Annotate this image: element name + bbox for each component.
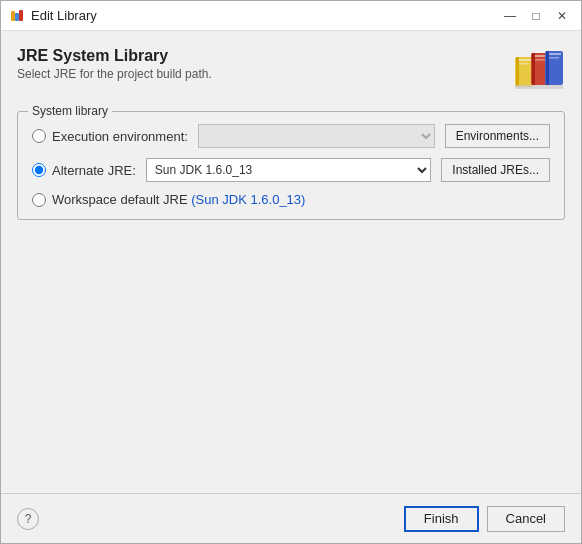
execution-environment-row: Execution environment: Environments...	[32, 124, 550, 148]
svg-rect-4	[516, 57, 519, 87]
cancel-button[interactable]: Cancel	[487, 506, 565, 532]
minimize-button[interactable]: —	[499, 5, 521, 27]
execution-environment-select[interactable]	[198, 124, 435, 148]
spacer	[17, 220, 565, 477]
alternate-jre-label[interactable]: Alternate JRE:	[52, 163, 136, 178]
svg-rect-12	[546, 51, 549, 85]
page-subtitle: Select JRE for the project build path.	[17, 67, 212, 81]
workspace-default-label[interactable]: Workspace default JRE (Sun JDK 1.6.0_13)	[52, 192, 305, 207]
group-label: System library	[28, 104, 112, 118]
svg-rect-5	[519, 59, 531, 61]
help-button[interactable]: ?	[17, 508, 39, 530]
books-icon	[513, 47, 565, 95]
alternate-jre-dropdown-area: Sun JDK 1.6.0_13	[146, 158, 431, 182]
footer: ? Finish Cancel	[1, 493, 581, 543]
workspace-jre-link[interactable]: (Sun JDK 1.6.0_13)	[191, 192, 305, 207]
installed-jres-button[interactable]: Installed JREs...	[441, 158, 550, 182]
workspace-prefix: Workspace default JRE	[52, 192, 191, 207]
svg-rect-15	[515, 85, 563, 89]
svg-rect-8	[532, 53, 535, 85]
alternate-jre-select[interactable]: Sun JDK 1.6.0_13	[146, 158, 431, 182]
workspace-default-row: Workspace default JRE (Sun JDK 1.6.0_13)	[32, 192, 550, 207]
alternate-jre-row: Alternate JRE: Sun JDK 1.6.0_13 Installe…	[32, 158, 550, 182]
finish-button[interactable]: Finish	[404, 506, 479, 532]
header-text: JRE System Library Select JRE for the pr…	[17, 47, 212, 81]
window-title: Edit Library	[31, 8, 499, 23]
execution-environment-radio[interactable]	[32, 129, 46, 143]
svg-rect-0	[11, 11, 15, 21]
svg-rect-6	[519, 63, 529, 65]
execution-environment-dropdown-area	[198, 124, 435, 148]
environments-button[interactable]: Environments...	[445, 124, 550, 148]
content-area: JRE System Library Select JRE for the pr…	[1, 31, 581, 493]
system-library-group: System library Execution environment: En…	[17, 111, 565, 220]
page-title: JRE System Library	[17, 47, 212, 65]
svg-rect-14	[549, 57, 559, 59]
maximize-button[interactable]: □	[525, 5, 547, 27]
svg-rect-2	[19, 10, 23, 21]
svg-rect-1	[15, 13, 19, 21]
workspace-default-radio[interactable]	[32, 193, 46, 207]
close-button[interactable]: ✕	[551, 5, 573, 27]
header-row: JRE System Library Select JRE for the pr…	[17, 47, 565, 95]
footer-buttons: Finish Cancel	[404, 506, 565, 532]
execution-environment-label[interactable]: Execution environment:	[52, 129, 188, 144]
title-bar: Edit Library — □ ✕	[1, 1, 581, 31]
window-controls: — □ ✕	[499, 5, 573, 27]
svg-rect-10	[535, 59, 545, 61]
window-icon	[9, 8, 25, 24]
svg-rect-13	[549, 53, 561, 55]
main-window: Edit Library — □ ✕ JRE System Library Se…	[0, 0, 582, 544]
alternate-jre-radio[interactable]	[32, 163, 46, 177]
